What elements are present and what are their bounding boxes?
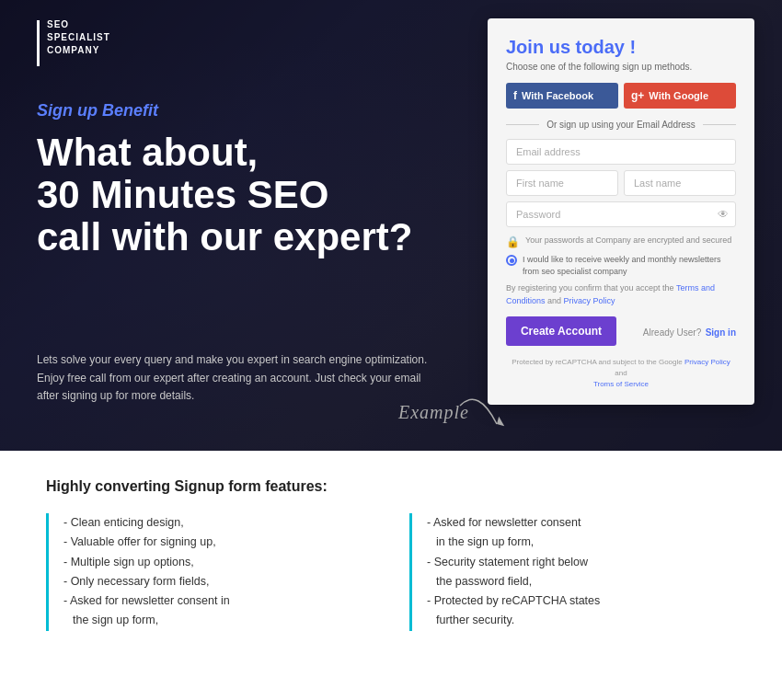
logo: SEO SPECIALIST COMPANY xyxy=(37,18,110,66)
firstname-field[interactable] xyxy=(506,170,618,196)
feature-col1-item3: - Multiple sign up options, xyxy=(63,553,373,572)
password-field[interactable] xyxy=(506,201,736,227)
feature-col2-item1: - Asked for newsletter consent xyxy=(427,513,736,533)
password-wrap: 👁 xyxy=(506,201,736,227)
divider-line-left xyxy=(506,124,539,125)
facebook-button[interactable]: f With Facebook xyxy=(506,83,618,109)
email-field[interactable] xyxy=(506,139,736,165)
already-text: Already User? xyxy=(643,327,701,338)
google-button[interactable]: g+ With Google xyxy=(624,83,736,109)
bottom-section: Highly converting Signup form features: … xyxy=(0,451,782,668)
newsletter-text: I would like to receive weekly and month… xyxy=(523,254,736,277)
card-subtitle: Choose one of the following sign up meth… xyxy=(506,62,736,72)
feature-col2-item2: - Security statement right below xyxy=(427,553,736,572)
feature-col2-item1b: in the sign up form, xyxy=(427,533,736,552)
recaptcha-text: Protected by reCAPTCHA and subject to th… xyxy=(506,357,736,390)
name-row xyxy=(506,170,736,196)
feature-col2-item2b: the password field, xyxy=(427,572,736,591)
feature-col2-item3b: further security. xyxy=(427,611,736,630)
card-title: Join us today ! xyxy=(506,37,736,58)
features-col-left: - Clean enticing design, - Valuable offe… xyxy=(46,513,373,631)
recaptcha-terms-link[interactable]: Troms of Service xyxy=(593,380,649,388)
feature-col2-item3: - Protected by reCAPTCHA states xyxy=(427,591,736,611)
lock-icon: 🔒 xyxy=(506,235,520,248)
hero-content: Sign up Benefit What about,30 Minutes SE… xyxy=(37,101,442,278)
curved-arrow xyxy=(451,396,506,446)
feature-col1-item5: - Asked for newsletter consent in xyxy=(63,591,373,611)
signin-link[interactable]: Sign in xyxy=(706,327,736,338)
social-buttons: f With Facebook g+ With Google xyxy=(506,83,736,109)
signup-card: Join us today ! Choose one of the follow… xyxy=(488,18,754,405)
recaptcha-privacy-link[interactable]: Privacy Policy xyxy=(684,358,730,366)
newsletter-row: I would like to receive weekly and month… xyxy=(506,254,736,277)
feature-col1-item4: - Only necessary form fields, xyxy=(63,572,373,591)
divider-line-right xyxy=(703,124,736,125)
features-col-right: - Asked for newsletter consent in the si… xyxy=(409,513,736,631)
logo-text: SEO SPECIALIST COMPANY xyxy=(47,18,110,57)
hero-description: Lets solve your every query and make you… xyxy=(37,351,432,405)
divider-text: Or sign up using your Email Address xyxy=(546,120,696,130)
feature-col1-item1: - Clean enticing design, xyxy=(63,513,373,533)
lastname-field[interactable] xyxy=(624,170,736,196)
email-divider: Or sign up using your Email Address xyxy=(506,120,736,130)
create-account-button[interactable]: Create Account xyxy=(506,316,616,346)
newsletter-radio[interactable] xyxy=(506,255,517,266)
feature-col1-item5b: the sign up form, xyxy=(63,611,373,630)
feature-col1-item2: - Valuable offer for signing up, xyxy=(63,533,373,552)
privacy-policy-link[interactable]: Privacy Policy xyxy=(564,296,615,305)
features-grid: - Clean enticing design, - Valuable offe… xyxy=(46,513,736,631)
hero-title: What about,30 Minutes SEOcall with our e… xyxy=(37,132,442,259)
terms-text: By registering you confirm that you acce… xyxy=(506,282,736,307)
hero-subtitle: Sign up Benefit xyxy=(37,101,442,120)
facebook-icon: f xyxy=(513,89,517,102)
already-user-section: Already User? Sign in xyxy=(643,323,736,339)
password-toggle-icon[interactable]: 👁 xyxy=(718,208,729,221)
hero-section: SEO SPECIALIST COMPANY Sign up Benefit W… xyxy=(0,0,782,451)
newsletter-radio-inner xyxy=(510,258,514,263)
features-title: Highly converting Signup form features: xyxy=(46,478,736,495)
security-text: Your passwords at Company are encrypted … xyxy=(525,235,731,247)
already-row: Create Account Already User? Sign in xyxy=(506,316,736,346)
security-row: 🔒 Your passwords at Company are encrypte… xyxy=(506,235,736,248)
google-icon: g+ xyxy=(631,89,644,102)
logo-bar xyxy=(37,20,40,66)
